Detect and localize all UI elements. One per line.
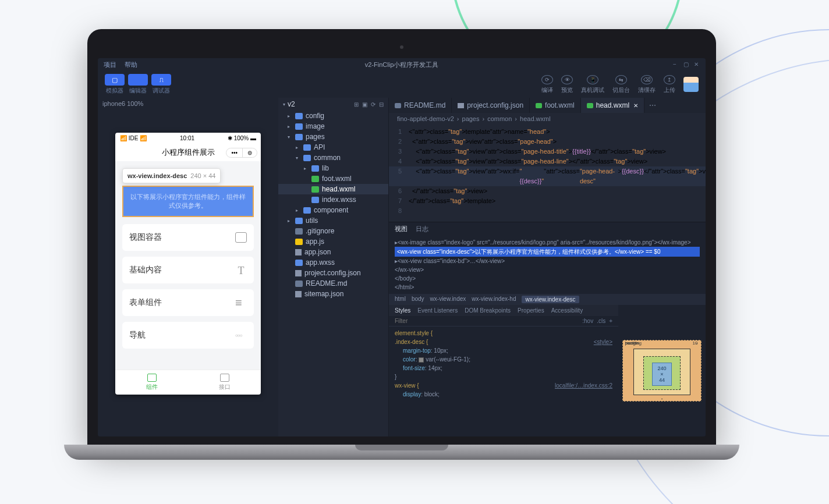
toolbar-action-2[interactable]: 📱真机调试 xyxy=(581,75,604,94)
dom-crumb[interactable]: wx-view.index-hd xyxy=(472,296,516,303)
styles-tab[interactable]: Event Listeners xyxy=(417,307,458,314)
tree-node[interactable]: head.wxml xyxy=(278,184,388,194)
dom-crumb[interactable]: body xyxy=(412,296,424,303)
device-label: iphone6 100% xyxy=(98,98,278,109)
dom-crumb[interactable]: html xyxy=(395,296,406,303)
toolbar: ▢模拟器编辑器⎍调试器 ⟳编译👁预览📱真机调试⇆切后台⌫清缓存↥上传 xyxy=(98,71,706,98)
file-tree: ▾ v2 ⊞ ▣ ⟳ ⊟ ▸config▸image▾pages▸API▾com… xyxy=(278,98,389,436)
tree-root[interactable]: v2 xyxy=(288,100,295,108)
new-file-icon[interactable]: ⊞ xyxy=(354,101,359,108)
devtools: 视图 日志 ▸<wx-image class="index-logo" src=… xyxy=(389,222,706,436)
wxss-icon xyxy=(311,197,319,203)
menu-help[interactable]: 帮助 xyxy=(125,61,137,69)
wxml-icon xyxy=(536,103,542,108)
tree-node[interactable]: .gitignore xyxy=(278,226,388,236)
tree-node[interactable]: app.wxss xyxy=(278,257,388,268)
tree-node[interactable]: index.wxss xyxy=(278,194,388,205)
mode-pill-1[interactable] xyxy=(128,74,148,86)
tree-node[interactable]: foot.wxml xyxy=(278,173,388,184)
tree-node[interactable]: ▸API xyxy=(278,142,388,152)
preview-item-0[interactable]: 视图容器 xyxy=(122,224,254,251)
toolbar-action-3[interactable]: ⇆切后台 xyxy=(612,75,630,94)
mode-pill-0[interactable]: ▢ xyxy=(105,74,125,86)
toolbar-action-1[interactable]: 👁预览 xyxy=(561,75,573,94)
dom-crumb[interactable]: wx-view.index-desc xyxy=(522,296,579,303)
wxml-icon xyxy=(587,103,593,108)
json-icon xyxy=(295,270,302,276)
phone-preview: 📶 IDE 📶 10:01 ✱ 100% ▬ 小程序组件展示 •••⊚ wx-v… xyxy=(115,133,261,395)
preview-item-1[interactable]: 基础内容T xyxy=(122,257,254,283)
window-close[interactable]: ✕ xyxy=(694,62,700,68)
tree-node[interactable]: ▾common xyxy=(278,152,388,163)
preview-tab-0[interactable]: 组件 xyxy=(115,370,188,395)
tree-node[interactable]: ▸lib xyxy=(278,163,388,173)
editor-tab[interactable]: foot.wxml xyxy=(530,98,581,113)
tree-node[interactable]: ▸component xyxy=(278,205,388,215)
md-icon xyxy=(395,103,401,108)
tree-node[interactable]: ▾pages xyxy=(278,132,388,142)
editor-tab[interactable]: README.md xyxy=(389,98,452,113)
preview-tab-1[interactable]: 接口 xyxy=(188,370,261,395)
tree-node[interactable]: project.config.json xyxy=(278,268,388,278)
fold-icon xyxy=(295,113,303,119)
breadcrumbs: fino-applet-demo-v2›pages›common›head.wx… xyxy=(389,113,706,125)
styles-filter-ctrl[interactable]: + xyxy=(609,318,612,324)
editor-tab[interactable]: project.config.json xyxy=(452,98,530,113)
collapse-icon[interactable]: ⊟ xyxy=(379,101,384,108)
devtools-tab-log[interactable]: 日志 xyxy=(416,225,428,233)
capsule[interactable]: •••⊚ xyxy=(226,148,257,158)
window-maximize[interactable]: ▢ xyxy=(683,62,689,68)
tree-node[interactable]: sitemap.json xyxy=(278,289,388,299)
code-editor[interactable]: 1<"attr">class="tag">template "attr">nam… xyxy=(389,125,706,222)
styles-tab[interactable]: Properties xyxy=(518,307,544,314)
dom-crumb[interactable]: wx-view.index xyxy=(430,296,466,303)
toolbar-action-0[interactable]: ⟳编译 xyxy=(541,75,553,94)
json-icon xyxy=(295,291,302,297)
phone-status-right: ✱ 100% ▬ xyxy=(228,135,256,141)
tab-overflow[interactable]: ⋯ xyxy=(644,101,661,109)
laptop-mockup: 项目 帮助 v2-FinClip小程序开发工具 − ▢ ✕ ▢模拟器编辑器⎍调试… xyxy=(87,29,716,460)
close-icon[interactable]: ✕ xyxy=(633,102,638,109)
styles-tab[interactable]: DOM Breakpoints xyxy=(465,307,511,314)
camera-dot xyxy=(400,45,403,49)
simulator-pane: iphone6 100% 📶 IDE 📶 10:01 ✱ 100% ▬ 小程序组… xyxy=(98,98,278,436)
refresh-icon[interactable]: ⟳ xyxy=(371,101,375,108)
styles-rules[interactable]: element.style {.index-desc {<style>margi… xyxy=(389,326,618,401)
fold-icon xyxy=(303,155,311,161)
styles-filter-ctrl[interactable]: :hov xyxy=(582,318,593,324)
preview-item-3[interactable]: 导航 xyxy=(122,322,254,349)
fold-icon xyxy=(303,207,311,214)
box-model: margin 10 border - padding - xyxy=(618,305,706,436)
tree-node[interactable]: ▸config xyxy=(278,111,388,121)
new-folder-icon[interactable]: ▣ xyxy=(362,101,367,108)
tree-node[interactable]: ▸image xyxy=(278,121,388,132)
fold-icon xyxy=(295,134,303,140)
tree-node[interactable]: README.md xyxy=(278,278,388,289)
tree-node[interactable]: ▸utils xyxy=(278,215,388,226)
user-avatar[interactable] xyxy=(683,77,699,92)
window-minimize[interactable]: − xyxy=(673,62,679,68)
tree-node[interactable]: app.js xyxy=(278,236,388,247)
tree-node[interactable]: app.json xyxy=(278,247,388,257)
styles-filter-input[interactable] xyxy=(395,318,582,324)
menu-project[interactable]: 项目 xyxy=(104,61,116,69)
menubar: 项目 帮助 v2-FinClip小程序开发工具 − ▢ ✕ xyxy=(98,58,706,71)
fold-icon xyxy=(295,123,303,130)
editor-tabstrip: README.mdproject.config.jsonfoot.wxmlhea… xyxy=(389,98,706,113)
wxss-icon xyxy=(295,260,303,266)
app-title: 小程序组件展示 xyxy=(162,147,215,158)
inspect-tooltip: wx-view.index-desc240 × 44 xyxy=(122,168,221,183)
styles-tab[interactable]: Styles xyxy=(395,307,410,314)
styles-tab[interactable]: Accessibility xyxy=(551,307,583,314)
styles-filter-ctrl[interactable]: .cls xyxy=(597,318,605,324)
preview-item-2[interactable]: 表单组件 xyxy=(122,289,254,316)
editor-tab[interactable]: head.wxml✕ xyxy=(581,98,644,113)
mode-pill-2[interactable]: ⎍ xyxy=(151,74,171,86)
fold-icon xyxy=(295,218,303,224)
toolbar-action-5[interactable]: ↥上传 xyxy=(664,75,675,94)
dom-breadcrumbs[interactable]: htmlbodywx-view.indexwx-view.index-hdwx-… xyxy=(389,294,706,305)
js-icon xyxy=(295,239,303,245)
devtools-tab-view[interactable]: 视图 xyxy=(395,225,408,233)
dom-inspector[interactable]: ▸<wx-image class="index-logo" src="../re… xyxy=(389,236,706,294)
toolbar-action-4[interactable]: ⌫清缓存 xyxy=(638,75,656,94)
